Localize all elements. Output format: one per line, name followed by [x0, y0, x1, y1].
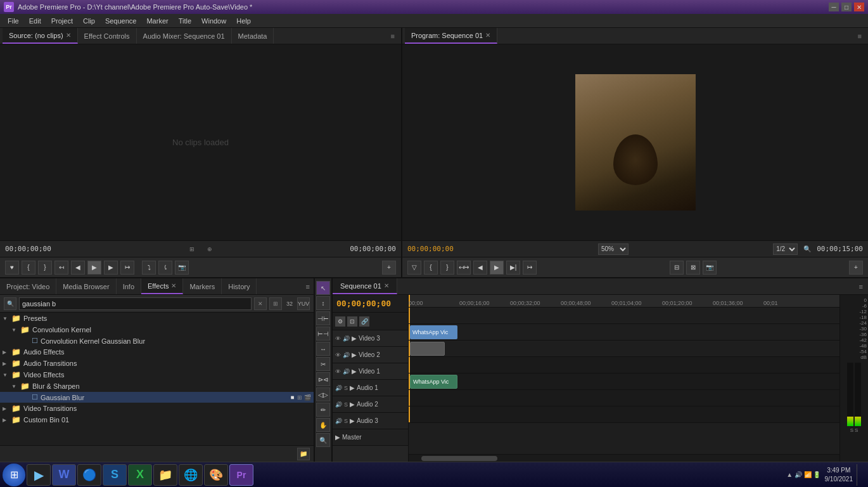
tab-project[interactable]: Project: Video	[0, 278, 56, 294]
taskbar-start-button[interactable]: ⊞	[3, 464, 25, 486]
tool-selection[interactable]: ↖	[316, 281, 330, 295]
linked-btn[interactable]: 🔗	[359, 316, 369, 327]
menu-file[interactable]: File	[3, 16, 24, 26]
program-quality-select[interactable]: 1/2Full1/4	[773, 244, 798, 255]
tool-rolling[interactable]: ⊢⊣	[316, 327, 330, 341]
program-step-fwd[interactable]: ▶|	[506, 261, 520, 275]
clip-video1-gray[interactable]	[410, 342, 445, 356]
tab-info[interactable]: Info	[117, 278, 141, 294]
menu-sequence[interactable]: Sequence	[100, 16, 142, 26]
search-new-bin-btn[interactable]: ⊞	[269, 297, 282, 310]
sequence-panel-menu[interactable]: ≡	[854, 283, 868, 290]
source-mark-clip[interactable]: }	[38, 261, 52, 275]
source-mark-out-btn[interactable]: {	[22, 261, 35, 275]
tool-track-select[interactable]: ↕	[316, 296, 330, 310]
track-audio2-mute[interactable]: 🔊	[335, 401, 342, 408]
menu-help[interactable]: Help	[231, 16, 256, 26]
track-master-arrow[interactable]: ▶	[335, 434, 340, 441]
program-go-in[interactable]: {	[424, 261, 438, 275]
menu-clip[interactable]: Clip	[78, 16, 100, 26]
tree-item-gaussian-blur[interactable]: ☐ Gaussian Blur ◽ ⊞ 🎬	[0, 392, 314, 403]
source-go-out[interactable]: ↦	[120, 261, 134, 275]
source-mark-in[interactable]: ♥	[5, 261, 19, 275]
program-go-end[interactable]: ↦	[523, 261, 537, 275]
tab-history[interactable]: History	[222, 278, 257, 294]
tool-slide[interactable]: ◁▷	[316, 387, 330, 401]
effects-panel-menu[interactable]: ≡	[302, 283, 314, 290]
tray-show-desktop[interactable]	[857, 464, 860, 486]
track-audio3-arrow[interactable]: ▶	[350, 417, 355, 424]
source-panel-menu[interactable]: ≡	[387, 32, 399, 40]
track-video3-lock[interactable]: 🔊	[343, 335, 350, 342]
menu-title[interactable]: Title	[174, 16, 196, 26]
sequence-settings-btn[interactable]: ⚙	[335, 316, 345, 327]
tree-item-presets[interactable]: ▼ 📁 Presets	[0, 313, 314, 324]
source-insert[interactable]: ⤵	[142, 261, 156, 275]
yuvicon-btn[interactable]: YUV	[297, 297, 310, 310]
source-step-back[interactable]: ◀	[71, 261, 85, 275]
tab-source[interactable]: Source: (no clips) ✕	[3, 28, 78, 44]
menu-project[interactable]: Project	[46, 16, 78, 26]
source-markers-btn[interactable]: ⊞	[185, 242, 199, 256]
track-video1-eye[interactable]: 👁	[335, 368, 341, 375]
tree-item-video-effects[interactable]: ▼ 📁 Video Effects	[0, 369, 314, 380]
taskbar-app-chrome[interactable]: 🔵	[77, 464, 101, 486]
tree-item-audio-effects[interactable]: ▶ 📁 Audio Effects	[0, 346, 314, 358]
tab-effect-controls[interactable]: Effect Controls	[78, 28, 137, 44]
tab-effects-close[interactable]: ✕	[171, 282, 176, 289]
search-clear-btn[interactable]: ✕	[254, 297, 267, 310]
snap-btn[interactable]: ⊡	[347, 316, 357, 327]
tool-razor[interactable]: ✂	[316, 357, 330, 371]
tree-item-video-transitions[interactable]: ▶ 📁 Video Transitions	[0, 403, 314, 414]
close-button[interactable]: ✕	[854, 3, 864, 11]
track-audio2-solo[interactable]: S	[344, 401, 348, 408]
timeline-h-scrollbar[interactable]	[409, 454, 839, 462]
tab-source-close[interactable]: ✕	[66, 32, 71, 39]
tree-item-blur-sharpen[interactable]: ▼ 📁 Blur & Sharpen	[0, 380, 314, 392]
new-bin-button[interactable]: 📁	[297, 448, 310, 460]
program-add-button[interactable]: +	[849, 261, 863, 275]
source-go-in[interactable]: ↤	[54, 261, 68, 275]
source-play[interactable]: ▶	[87, 261, 101, 275]
program-lift[interactable]: ⊟	[670, 261, 684, 275]
menu-edit[interactable]: Edit	[24, 16, 46, 26]
track-video2-arrow[interactable]: ▶	[352, 351, 357, 358]
taskbar-app-excel[interactable]: X	[128, 464, 152, 486]
source-step-fwd[interactable]: ▶	[104, 261, 118, 275]
program-mark-in[interactable]: ▽	[407, 261, 421, 275]
track-video1-arrow[interactable]: ▶	[352, 368, 357, 375]
tab-effects[interactable]: Effects ✕	[141, 278, 183, 294]
track-audio2-arrow[interactable]: ▶	[350, 401, 355, 408]
track-audio1-solo[interactable]: S	[344, 385, 348, 391]
tab-metadata[interactable]: Metadata	[232, 28, 274, 44]
program-extract[interactable]: ⊠	[686, 261, 700, 275]
source-add-button[interactable]: +	[382, 261, 396, 275]
seq-tab-close[interactable]: ✕	[384, 282, 389, 289]
taskbar-app-explorer[interactable]: 📁	[153, 464, 177, 486]
tab-audio-mixer[interactable]: Audio Mixer: Sequence 01	[137, 28, 232, 44]
track-video2-eye[interactable]: 👁	[335, 352, 341, 358]
track-video3-eye[interactable]: 👁	[335, 335, 341, 342]
source-zoom-btn[interactable]: ⊕	[203, 242, 217, 256]
program-loop[interactable]: ↤↦	[457, 261, 471, 275]
title-controls[interactable]: ─ □ ✕	[829, 3, 864, 11]
minimize-button[interactable]: ─	[829, 3, 839, 11]
taskbar-app-media[interactable]: ▶	[27, 464, 51, 486]
tool-slip[interactable]: ⊳⊲	[316, 372, 330, 386]
menu-marker[interactable]: Marker	[141, 16, 173, 26]
seq-tab-sequence01[interactable]: Sequence 01 ✕	[333, 278, 397, 294]
restore-button[interactable]: □	[841, 3, 852, 11]
tree-item-convolution[interactable]: ▼ 📁 Convolution Kernel	[0, 324, 314, 335]
tool-zoom[interactable]: 🔍	[316, 433, 330, 447]
track-video3-arrow[interactable]: ▶	[352, 335, 357, 342]
tree-item-ck-gaussian[interactable]: ☐ Convolution Kernel Gaussian Blur	[0, 335, 314, 346]
clip-audio2-whatsapp[interactable]: WhatsApp Vic	[410, 375, 457, 389]
program-camera[interactable]: 📷	[703, 261, 717, 275]
tool-ripple[interactable]: ⊣⊢	[316, 311, 330, 325]
tree-item-audio-transitions[interactable]: ▶ 📁 Audio Transitions	[0, 358, 314, 369]
timeline-scrollbar-thumb[interactable]	[421, 456, 497, 461]
tab-media-browser[interactable]: Media Browser	[56, 278, 116, 294]
track-audio1-mute[interactable]: 🔊	[335, 385, 342, 391]
clip-video2-whatsapp[interactable]: WhatsApp Vic	[410, 325, 457, 339]
track-audio1-arrow[interactable]: ▶	[350, 384, 355, 391]
